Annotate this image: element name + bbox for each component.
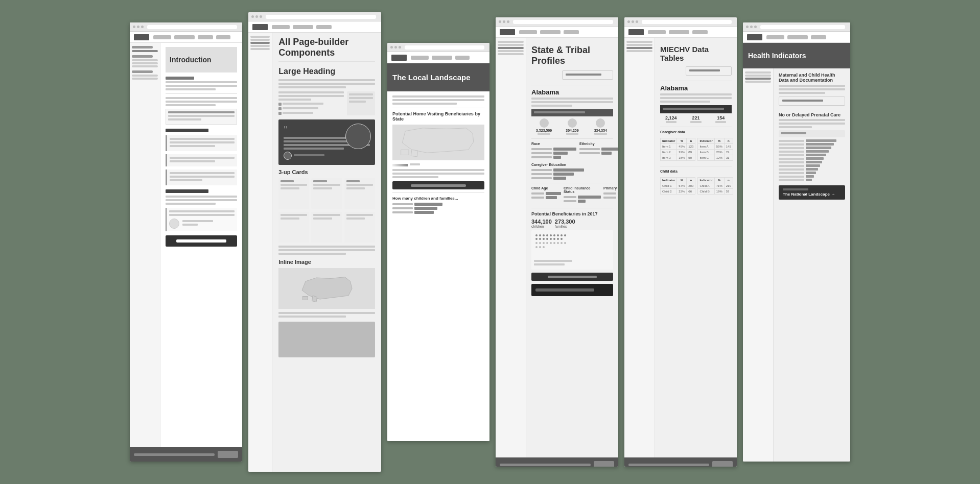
learn-more-btn[interactable] (531, 273, 613, 281)
content-left (278, 91, 344, 115)
bar-label-2 (392, 207, 413, 209)
ll-text-2 (392, 173, 484, 175)
nav3-item-2[interactable] (432, 56, 452, 60)
nav2-item-1[interactable] (272, 25, 290, 29)
nav6-item-1[interactable] (766, 35, 784, 39)
bar-fill-3 (414, 211, 434, 214)
sidebar-item-hv1[interactable] (132, 75, 158, 77)
nav-item-3[interactable] (198, 35, 213, 39)
browser-address-bar-2[interactable] (266, 15, 376, 19)
nav3-item-3[interactable] (455, 56, 470, 60)
footer-subscribe-btn-1[interactable] (218, 451, 238, 458)
s2-item-3[interactable] (250, 42, 270, 44)
nav6-item-3[interactable] (811, 35, 826, 39)
stat-icon-1 (540, 118, 549, 128)
s4-item-5[interactable] (498, 53, 524, 55)
s4-item-4[interactable] (498, 50, 524, 52)
miechv-cta-btn[interactable] (531, 284, 613, 296)
nav4-item-3[interactable] (564, 30, 579, 34)
td-7: Item 3 (661, 155, 677, 161)
nav5-item-3[interactable] (692, 30, 708, 34)
hbar-l-1 (779, 140, 804, 142)
lang-f-2 (618, 196, 618, 199)
footer-subscribe-btn-4[interactable] (594, 461, 614, 467)
quote-author-dark (294, 154, 324, 156)
prenatal-desc-3 (779, 126, 812, 128)
quote-attribution (169, 219, 235, 229)
browser-address-bar-5[interactable] (642, 20, 732, 24)
state-select-dropdown[interactable] (562, 70, 613, 80)
s5-item-3[interactable] (626, 47, 652, 49)
s4-item-1[interactable] (498, 41, 524, 43)
interactive-block[interactable] (166, 109, 237, 125)
sidebar-item-h3[interactable] (132, 65, 158, 67)
nav-item-1[interactable] (153, 35, 171, 39)
nl-cta-text[interactable]: The National Landscape → (783, 192, 841, 197)
sidebar-item-hv2[interactable] (132, 78, 158, 80)
nav4-item-1[interactable] (519, 30, 537, 34)
state-select-5[interactable] (686, 66, 732, 76)
s4-item-2[interactable] (498, 44, 524, 46)
caregiver-label: Caregiver Education (531, 163, 613, 166)
para-line-2 (166, 85, 237, 87)
browser-address-bar-3[interactable] (405, 45, 484, 50)
bc2-dot2 (255, 15, 258, 18)
s4-item-3[interactable] (498, 47, 524, 49)
nav3-item-1[interactable] (411, 56, 429, 60)
browser-address-bar-6[interactable] (760, 25, 845, 29)
ins-l-2 (564, 200, 576, 202)
svg-point-13 (543, 238, 545, 240)
hbar-f-1 (806, 139, 836, 142)
s5-item-4[interactable] (626, 50, 652, 52)
cth-6: n (724, 178, 733, 183)
s6-item-3[interactable] (745, 78, 771, 80)
hbar-6 (779, 157, 845, 160)
svg-point-25 (557, 242, 559, 244)
quote-dark-block: " (278, 119, 375, 165)
nav-item-4[interactable] (216, 35, 230, 39)
sidebar-item-h1[interactable] (132, 59, 158, 61)
s5-item-1[interactable] (626, 41, 652, 43)
miechv-stat-label-3 (715, 121, 726, 123)
miechv-stat-3: 154 (710, 115, 732, 124)
nav5-item-2[interactable] (669, 30, 689, 34)
nav-item-2[interactable] (174, 35, 195, 39)
bc6-dot1 (746, 26, 749, 28)
s6-item-2[interactable] (745, 75, 771, 77)
miechv-cta-text (535, 288, 594, 292)
nav5-item-1[interactable] (648, 30, 666, 34)
sidebar-item-intro[interactable] (132, 50, 158, 52)
nl-cta-label (783, 188, 808, 190)
race-chart: Race (531, 142, 576, 161)
nav2-item-2[interactable] (293, 25, 313, 29)
s2-item-1[interactable] (250, 36, 270, 38)
nav4-item-2[interactable] (540, 30, 561, 34)
highlight-1 (166, 135, 237, 151)
cta-button-p1[interactable] (166, 235, 237, 247)
browser-address-bar-4[interactable] (513, 20, 613, 24)
s2-item-5[interactable] (250, 48, 270, 50)
s5-item-2[interactable] (626, 44, 652, 46)
table-section-label: Caregiver data (660, 130, 732, 134)
stat-icon-3 (596, 118, 605, 128)
browser-address-bar-1[interactable] (147, 25, 237, 29)
race-f-3 (553, 156, 561, 159)
large-heading: Large Heading (278, 67, 375, 76)
filter-bar[interactable] (779, 130, 845, 137)
hbar-8 (779, 164, 845, 167)
s6-item-1[interactable] (745, 71, 771, 74)
nav6-item-2[interactable] (787, 35, 808, 39)
s6-item-4[interactable] (745, 81, 771, 83)
hbar-f-10 (806, 172, 816, 174)
td-2: 45% (677, 144, 687, 150)
download-btn-ll[interactable] (392, 181, 484, 189)
s2-item-4[interactable] (250, 45, 270, 47)
indicator-selector[interactable] (779, 96, 845, 106)
sidebar-item-h2[interactable] (132, 62, 158, 64)
bc5-dot1 (627, 20, 630, 23)
bc6-dot3 (754, 26, 757, 28)
footer-subscribe-btn-5[interactable] (712, 461, 733, 467)
nav2-item-3[interactable] (316, 25, 332, 29)
child-insurance: Child Insurance Status (564, 186, 601, 205)
s2-item-2[interactable] (250, 39, 270, 41)
